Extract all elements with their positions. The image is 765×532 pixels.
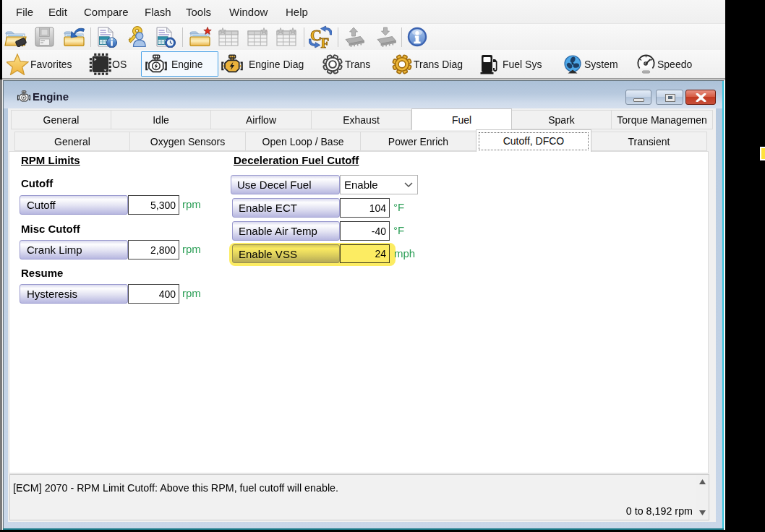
svg-text:C: C xyxy=(310,26,322,44)
svg-text:F: F xyxy=(321,35,330,48)
